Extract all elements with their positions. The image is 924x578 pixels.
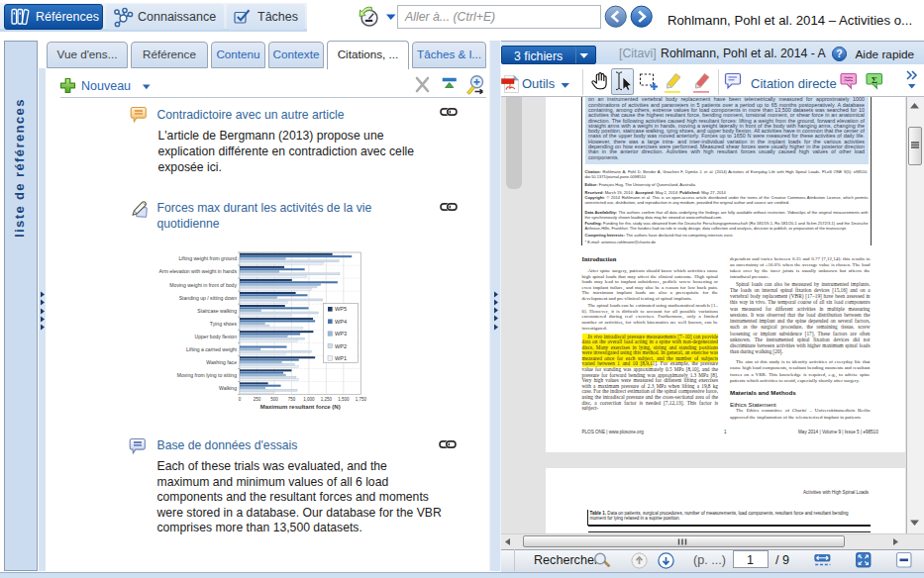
svg-text:Upper body flexion: Upper body flexion: [195, 334, 238, 339]
svg-text:Walking: Walking: [219, 385, 237, 391]
svg-text:500: 500: [270, 397, 278, 402]
svg-text:1,000: 1,000: [303, 397, 315, 402]
svg-text:Staircase walking: Staircase walking: [197, 308, 237, 314]
svg-text:WP5: WP5: [335, 306, 347, 312]
svg-text:0: 0: [239, 397, 242, 402]
svg-text:WP1: WP1: [335, 355, 347, 361]
svg-text:Washing face: Washing face: [206, 359, 237, 365]
svg-text:Maximum resultant force (N): Maximum resultant force (N): [260, 404, 341, 410]
svg-text:250: 250: [254, 397, 261, 402]
svg-text:1,500: 1,500: [338, 397, 350, 402]
svg-text:1,750: 1,750: [356, 397, 367, 402]
svg-text:Standing up / sitting down: Standing up / sitting down: [179, 295, 238, 301]
svg-text:Tying shoes: Tying shoes: [210, 321, 238, 327]
svg-text:750: 750: [288, 397, 296, 402]
svg-text:WP4: WP4: [335, 319, 347, 325]
svg-text:Moving weight in front of body: Moving weight in front of body: [169, 282, 237, 288]
svg-text:WP3: WP3: [335, 331, 347, 337]
svg-text:WP2: WP2: [335, 343, 347, 349]
svg-text:Lifting a carried weight: Lifting a carried weight: [186, 346, 238, 352]
svg-text:1,250: 1,250: [321, 397, 333, 402]
svg-text:Moving from lying to sitting: Moving from lying to sitting: [177, 372, 237, 378]
svg-text:Lifting weight from ground: Lifting weight from ground: [178, 255, 237, 261]
svg-text:Arm elevation with weight in h: Arm elevation with weight in hands: [159, 268, 238, 274]
svg-text:Σ: Σ: [872, 75, 877, 85]
svg-text:?: ?: [836, 48, 842, 59]
